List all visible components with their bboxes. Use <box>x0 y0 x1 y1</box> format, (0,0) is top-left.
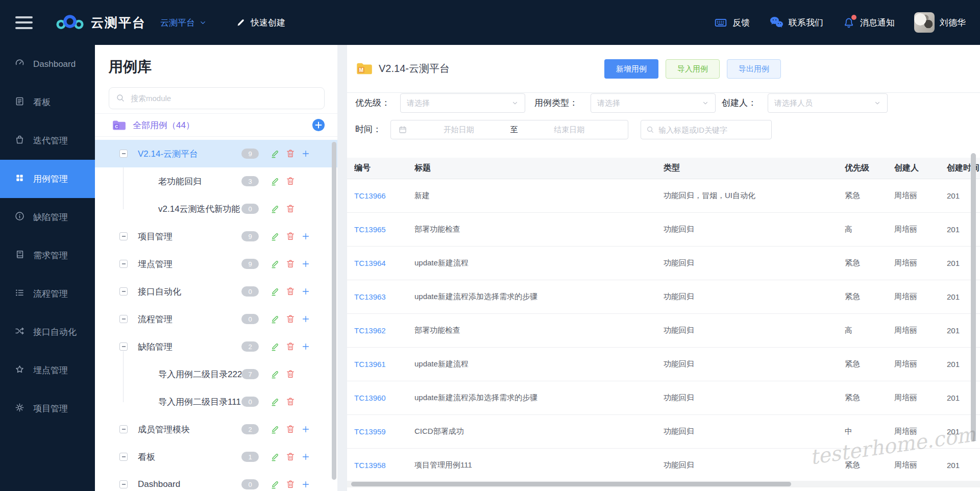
collapse-toggle-icon[interactable] <box>119 232 128 240</box>
priority-select[interactable]: 请选择 <box>400 93 525 113</box>
horizontal-scrollbar-thumb[interactable] <box>351 482 791 486</box>
add-child-icon[interactable] <box>301 314 311 324</box>
sidebar-item[interactable]: 接口自动化 <box>0 313 95 351</box>
edit-icon[interactable] <box>270 286 280 297</box>
case-id-link[interactable]: TC13959 <box>354 427 414 436</box>
delete-icon[interactable] <box>285 397 296 407</box>
case-id-link[interactable]: TC13965 <box>354 225 414 234</box>
add-child-icon[interactable] <box>301 424 311 434</box>
case-type-select[interactable]: 请选择 <box>591 93 716 113</box>
tree-node-label[interactable]: 导入用例二级目录222 <box>158 369 241 380</box>
collapse-toggle-icon[interactable] <box>119 453 128 461</box>
table-row[interactable]: TC13962 部署功能检查 功能回归 高 周培丽 201 <box>347 314 980 348</box>
keyword-search-input[interactable] <box>658 126 766 134</box>
tree-node-label[interactable]: 成员管理模块 <box>138 424 190 435</box>
delete-icon[interactable] <box>285 286 296 297</box>
tree-node-label[interactable]: 导入用例二级目录111 <box>158 396 241 408</box>
sidebar-item[interactable]: Dashboard <box>0 45 95 83</box>
table-row[interactable]: TC13961 update新建流程 功能回归 紧急 周培丽 201 <box>347 348 980 381</box>
export-case-button[interactable]: 导出用例 <box>727 59 781 79</box>
tree-node[interactable]: 导入用例二级目录222 7 <box>95 360 337 388</box>
table-row[interactable]: TC13963 update新建流程添加选择需求的步骤 功能回归 紧急 周培丽 … <box>347 280 980 314</box>
add-case-button[interactable]: 新增用例 <box>604 59 658 79</box>
tree-node[interactable]: 接口自动化 0 <box>95 278 337 305</box>
sidebar-item[interactable]: 流程管理 <box>0 275 95 313</box>
tree-node-label[interactable]: Dashboard <box>138 479 180 489</box>
tree-node[interactable]: 流程管理 0 <box>95 305 337 333</box>
edit-icon[interactable] <box>270 479 280 489</box>
edit-icon[interactable] <box>270 149 280 159</box>
delete-icon[interactable] <box>285 204 296 214</box>
tree-node-label[interactable]: 接口自动化 <box>138 286 181 298</box>
delete-icon[interactable] <box>285 259 296 269</box>
tree-node-label[interactable]: 项目管理 <box>138 231 173 242</box>
delete-icon[interactable] <box>285 341 296 352</box>
delete-icon[interactable] <box>285 149 296 159</box>
edit-icon[interactable] <box>270 314 280 324</box>
table-row[interactable]: TC13964 update新建流程 功能回归 紧急 周培丽 201 <box>347 247 980 280</box>
import-case-button[interactable]: 导入用例 <box>666 59 720 79</box>
contact-us-button[interactable]: 联系我们 <box>769 16 823 29</box>
collapse-toggle-icon[interactable] <box>119 287 128 296</box>
all-cases-root[interactable]: C 全部用例（44） <box>95 113 337 137</box>
feedback-button[interactable]: 反馈 <box>714 16 750 29</box>
tree-node-label[interactable]: v2.14云测迭代新功能 <box>158 203 240 215</box>
case-id-link[interactable]: TC13960 <box>354 394 414 402</box>
tree-node-label[interactable]: 埋点管理 <box>138 258 173 270</box>
collapse-toggle-icon[interactable] <box>119 315 128 323</box>
add-child-icon[interactable] <box>301 149 311 159</box>
case-id-link[interactable]: TC13966 <box>354 191 414 200</box>
edit-icon[interactable] <box>270 397 280 407</box>
tree-node[interactable]: 导入用例二级目录111 0 <box>95 388 337 415</box>
tree-node[interactable]: V2.14-云测平台 9 <box>95 140 337 167</box>
add-child-icon[interactable] <box>301 231 311 241</box>
edit-icon[interactable] <box>270 341 280 352</box>
quick-create-button[interactable]: 快速创建 <box>236 17 285 29</box>
edit-icon[interactable] <box>270 231 280 241</box>
collapse-toggle-icon[interactable] <box>119 342 128 351</box>
table-row[interactable]: TC13965 部署功能检查 功能回归 高 周培丽 201 <box>347 213 980 247</box>
avatar[interactable] <box>914 12 935 33</box>
tree-node-label[interactable]: 流程管理 <box>138 313 173 325</box>
date-range-picker[interactable]: 开始日期 至 结束日期 <box>390 120 628 139</box>
case-id-link[interactable]: TC13958 <box>354 461 414 470</box>
table-row[interactable]: TC13958 项目管理用例111 功能回归 紧急 周培丽 201 <box>347 449 980 482</box>
case-id-link[interactable]: TC13962 <box>354 326 414 335</box>
edit-icon[interactable] <box>270 204 280 214</box>
add-child-icon[interactable] <box>301 259 311 269</box>
add-child-icon[interactable] <box>301 341 311 352</box>
delete-icon[interactable] <box>285 424 296 434</box>
tree-scrollbar[interactable] <box>332 142 336 480</box>
tree-node[interactable]: 项目管理 9 <box>95 223 337 250</box>
horizontal-scrollbar[interactable] <box>347 481 980 487</box>
tree-node-label[interactable]: 老功能回归 <box>158 176 202 187</box>
hamburger-menu-icon[interactable] <box>15 16 33 29</box>
module-search-input[interactable] <box>109 87 325 109</box>
delete-icon[interactable] <box>285 176 296 186</box>
sidebar-item[interactable]: 埋点管理 <box>0 351 95 389</box>
edit-icon[interactable] <box>270 369 280 379</box>
tree-node-label[interactable]: 缺陷管理 <box>138 341 173 353</box>
notifications-button[interactable]: 消息通知 <box>843 16 895 29</box>
edit-icon[interactable] <box>270 424 280 434</box>
collapse-toggle-icon[interactable] <box>119 425 128 433</box>
tree-node-label[interactable]: 看板 <box>138 451 155 463</box>
table-row[interactable]: TC13959 CICD部署成功 功能回归 中 周培丽 201 <box>347 415 980 449</box>
project-selector[interactable]: 云测平台 <box>160 17 207 29</box>
collapse-toggle-icon[interactable] <box>119 150 128 158</box>
table-row[interactable]: TC13960 update新建流程添加选择需求的步骤 功能回归 紧急 周培丽 … <box>347 381 980 415</box>
main-vertical-scrollbar[interactable] <box>971 153 976 441</box>
sidebar-item[interactable]: 缺陷管理 <box>0 198 95 236</box>
sidebar-item[interactable]: 需求管理 <box>0 236 95 275</box>
tree-node[interactable]: 缺陷管理 2 <box>95 333 337 360</box>
delete-icon[interactable] <box>285 452 296 462</box>
edit-icon[interactable] <box>270 452 280 462</box>
tree-node-label[interactable]: V2.14-云测平台 <box>138 148 198 160</box>
edit-icon[interactable] <box>270 259 280 269</box>
edit-icon[interactable] <box>270 176 280 186</box>
delete-icon[interactable] <box>285 369 296 379</box>
case-id-link[interactable]: TC13964 <box>354 259 414 267</box>
tree-node[interactable]: 老功能回归 3 <box>95 167 337 195</box>
table-row[interactable]: TC13966 新建 功能回归，冒烟，UI自动化 紧急 周培丽 201 <box>347 179 980 213</box>
date-end-placeholder[interactable]: 结束日期 <box>518 125 621 135</box>
